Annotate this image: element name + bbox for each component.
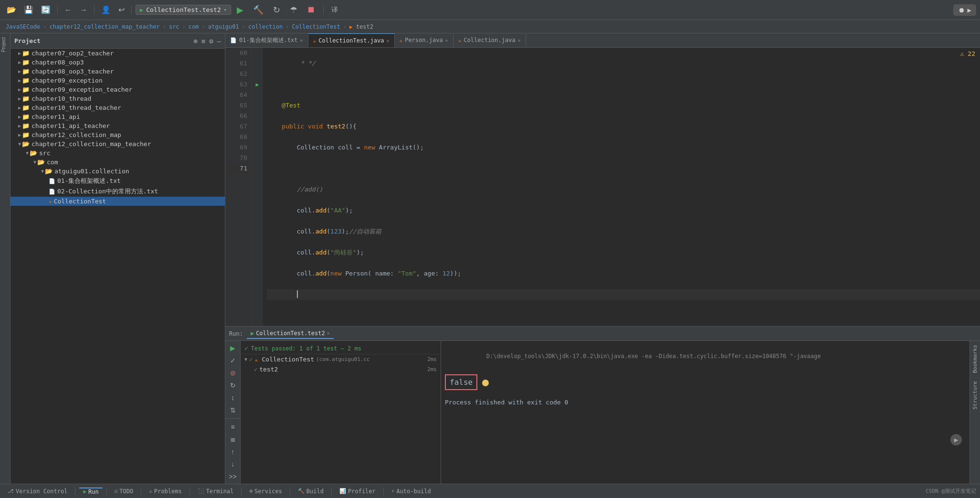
console-false-box[interactable]: false (445, 374, 477, 391)
auto-build-btn[interactable]: ⚡ Auto-build (388, 488, 435, 495)
tree-item-chapter11b[interactable]: ▶ 📁 chapter11_api_teacher (11, 121, 225, 130)
translate-button[interactable]: 译 (327, 4, 342, 16)
tab-label: CollectionTest.java (318, 37, 384, 44)
tab-close[interactable]: ✕ (518, 38, 521, 43)
tree-item-com[interactable]: ▼ 📂 com (11, 158, 225, 167)
build-btn[interactable]: 🔨 Build (294, 488, 327, 495)
console-area[interactable]: D:\develop_tools\JDK\jdk-17.0.2\bin\java… (441, 341, 969, 484)
terminal-btn[interactable]: ⬛ Terminal (194, 488, 238, 495)
services-btn[interactable]: ⚙ Services (245, 488, 285, 495)
coverage-button[interactable]: ☂ (286, 3, 301, 17)
tree-item-txt2[interactable]: 📄 02-Collection中的常用方法.txt (11, 186, 225, 197)
bookmarks-label[interactable]: Bookmarks (971, 341, 979, 377)
breadcrumb-item-2[interactable]: chapter12_collection_map_teacher (49, 23, 159, 30)
gutter-63[interactable]: ▶ (252, 79, 263, 90)
run-status-btn[interactable]: ▶ Run (79, 487, 102, 495)
version-control-btn[interactable]: ⎇ Version Control (4, 488, 71, 495)
run-rerun-btn[interactable]: ↻ (227, 380, 239, 391)
tree-item-chapter10a[interactable]: ▶ 📁 chapter10_thread (11, 94, 225, 103)
run-stop-btn[interactable]: ⊘ (227, 368, 239, 378)
console-scroll-arrow[interactable]: ▶ (950, 434, 962, 445)
gutter-icons: ▶ (252, 48, 263, 326)
breadcrumb-item-7[interactable]: CollectionTest (292, 23, 340, 30)
breadcrumb-item-6[interactable]: collection (248, 23, 283, 30)
open-button[interactable]: 📂 (4, 3, 19, 16)
gutter-70 (252, 153, 263, 163)
pass-check-icon: ✓ (244, 345, 248, 352)
run-tab-collectiontest[interactable]: ▶ CollectionTest.test2 ✕ (247, 328, 334, 339)
tree-label: chapter12_collection_map (32, 131, 121, 138)
java-file-icon: ☕ (49, 198, 52, 204)
screen-record-btn[interactable]: ⏺ ▶ (953, 4, 976, 16)
tree-item-txt1[interactable]: 📄 01-集合框架概述.txt (11, 176, 225, 186)
build-button[interactable]: 🔨 (249, 3, 267, 17)
save-button[interactable]: 💾 (21, 3, 36, 16)
tree-item-chapter09b[interactable]: ▶ 📁 chapter09_exception_teacher (11, 85, 225, 94)
status-sep-5 (241, 487, 242, 495)
run-play-btn[interactable]: ▶ (227, 343, 239, 353)
commit-button[interactable]: 👤 (98, 3, 114, 16)
tab-collection[interactable]: ☕ Collection.java ✕ (453, 33, 526, 47)
project-toggle-btn[interactable]: Project (0, 35, 10, 54)
run-pass-filter-btn[interactable]: ✓ (227, 355, 239, 366)
problems-btn[interactable]: ⚠ Problems (145, 488, 185, 495)
run-button[interactable]: ▶ (233, 3, 247, 17)
reload-button[interactable]: ↻ (269, 3, 284, 17)
code-editor[interactable]: 60 61 62 63 64 65 66 67 68 69 70 71 ▶ (225, 48, 980, 326)
code-line-69: coll.add("尚硅谷"); (267, 247, 980, 258)
tree-item-chapter08b[interactable]: ▶ 📁 chapter08_oop3_teacher (11, 67, 225, 76)
refresh-button[interactable]: 🔄 (38, 3, 53, 16)
test-tree-class-item[interactable]: ▼ ✓ ☕ CollectionTest (com.atguigu01.cc 2… (241, 354, 441, 364)
tab-person[interactable]: ☕ Person.java ✕ (395, 33, 453, 47)
run-next-btn[interactable]: ↓ (227, 459, 239, 469)
run-prev-btn[interactable]: ↑ (227, 446, 239, 457)
structure-label[interactable]: Structure (971, 377, 979, 413)
line-numbers: 60 61 62 63 64 65 66 67 68 69 70 71 (225, 48, 252, 326)
back-button[interactable]: ← (62, 4, 75, 16)
profiler-btn[interactable]: 📊 Profiler (336, 488, 379, 495)
run-sort-asc-btn[interactable]: ↕ (227, 392, 239, 403)
todo-icon: ☑ (115, 488, 118, 494)
console-cmd-line: D:\develop_tools\JDK\jdk-17.0.2\bin\java… (445, 343, 966, 371)
project-collapse-icon[interactable]: ≡ (201, 37, 205, 45)
tree-item-collectiontest[interactable]: ☕ CollectionTest (11, 197, 225, 206)
breadcrumb-item-8[interactable]: ▶ test2 (349, 23, 373, 30)
breadcrumb-item-5[interactable]: atguigu01 (208, 23, 239, 30)
todo-btn[interactable]: ☑ TODO (111, 488, 137, 495)
test-tree-method-item[interactable]: ✓ test2 2ms (241, 364, 441, 374)
run-tab-close[interactable]: ✕ (327, 330, 330, 336)
project-gear-icon[interactable]: ⚙ (209, 37, 213, 45)
tree-item-atguigu[interactable]: ▼ 📂 atguigu01.collection (11, 167, 225, 176)
tab-close[interactable]: ✕ (445, 38, 448, 43)
run-align-btn[interactable]: ≡ (227, 422, 239, 432)
folder-icon: 📁 (22, 113, 30, 120)
tree-item-chapter07[interactable]: ▶ 📁 chapter07_oop2_teacher (11, 49, 225, 58)
tree-item-chapter11a[interactable]: ▶ 📁 chapter11_api (11, 112, 225, 121)
code-content[interactable]: * */ @Test public void test2(){ Collecti… (263, 48, 980, 326)
breadcrumb-item-1[interactable]: JavaSECode (6, 23, 40, 30)
tab-close[interactable]: ✕ (300, 38, 303, 43)
stop-button[interactable]: ⏹ (303, 3, 319, 17)
project-close-icon[interactable]: — (217, 37, 221, 45)
breadcrumb-item-4[interactable]: com (189, 23, 199, 30)
run-more-btn[interactable]: >> (227, 471, 239, 482)
tree-item-chapter10b[interactable]: ▶ 📁 chapter10_thread_teacher (11, 103, 225, 112)
tab-close[interactable]: ✕ (387, 38, 390, 43)
tree-arrow: ▶ (18, 96, 21, 101)
tab-collectiontest[interactable]: ☕ CollectionTest.java ✕ (308, 33, 395, 47)
forward-button[interactable]: → (77, 4, 90, 16)
project-add-icon[interactable]: ⊕ (193, 37, 197, 45)
tree-item-chapter09a[interactable]: ▶ 📁 chapter09_exception (11, 76, 225, 85)
tab-txt[interactable]: 📄 01-集合框架概述.txt ✕ (225, 33, 308, 47)
tree-item-chapter12a[interactable]: ▶ 📁 chapter12_collection_map (11, 130, 225, 139)
run-config-selector[interactable]: ▶ CollectionTest.test2 ▾ (136, 5, 231, 15)
tree-item-chapter08a[interactable]: ▶ 📁 chapter08_oop3 (11, 58, 225, 67)
vcs-button[interactable]: ↩ (116, 3, 127, 16)
tab-label: Collection.java (464, 37, 515, 43)
run-gutter-icon[interactable]: ▶ (255, 81, 259, 88)
tree-item-chapter12b[interactable]: ▼ 📂 chapter12_collection_map_teacher (11, 139, 225, 148)
run-sort-desc-btn[interactable]: ⇅ (227, 405, 239, 415)
tree-item-src[interactable]: ▼ 📂 src (11, 148, 225, 158)
run-align2-btn[interactable]: ≣ (227, 434, 239, 445)
breadcrumb-item-3[interactable]: src (169, 23, 179, 30)
